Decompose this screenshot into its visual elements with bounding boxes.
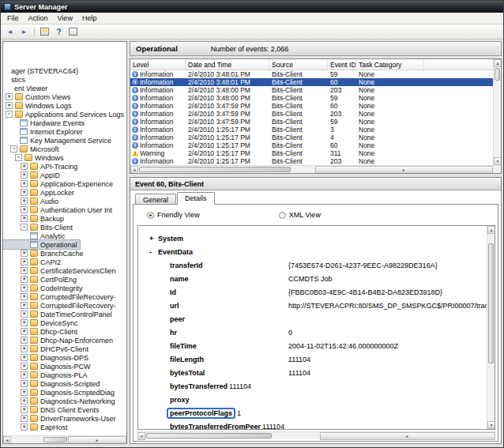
friendly-view-vertical-scrollbar[interactable]	[487, 226, 495, 429]
expand-toggle-icon[interactable]: -	[15, 154, 22, 161]
tree-item[interactable]: + Dhcp-Nap-Enforcemen	[3, 336, 115, 344]
expand-toggle-icon[interactable]: -	[6, 111, 13, 118]
column-header[interactable]: Date and Time	[186, 59, 269, 70]
tree-item[interactable]: + DNS Client Events	[3, 405, 102, 414]
scrollbar-track[interactable]	[494, 67, 501, 157]
back-icon[interactable]: ◄	[4, 26, 16, 37]
tree-item[interactable]: + Diagnosis-PLA	[3, 371, 90, 379]
scrollbar-thumb[interactable]	[495, 68, 500, 81]
column-header[interactable]: Level	[130, 59, 186, 70]
expand-toggle-icon[interactable]: +	[21, 293, 28, 300]
tree-item[interactable]: + CertificateServicesClien	[3, 266, 118, 275]
scrollbar-track[interactable]	[138, 166, 315, 173]
titlebar[interactable]: Server Manager	[1, 1, 503, 13]
friendly-view-radio[interactable]	[147, 212, 154, 219]
event-row[interactable]: Information 2/4/2010 1:25:17 PM Bits-Cli…	[130, 134, 493, 141]
tree-item[interactable]: + Custom Views	[3, 92, 73, 101]
fv-section-row[interactable]: + System	[145, 232, 487, 245]
menu-item[interactable]: View	[53, 13, 77, 23]
section-expand-sign[interactable]: -	[149, 248, 158, 256]
scroll-left-button[interactable]	[130, 166, 138, 174]
tree-item[interactable]: Hardware Events	[3, 119, 87, 127]
expand-toggle-icon[interactable]: -	[10, 145, 17, 152]
tree-item[interactable]: + CodeIntegrity	[3, 284, 85, 292]
event-row[interactable]: Information 2/4/2010 1:25:17 PM Bits-Cli…	[130, 126, 493, 134]
tree-item[interactable]: + Authentication User Int	[3, 205, 115, 214]
tree-item[interactable]: + DeviceSync	[3, 318, 81, 327]
tree-item[interactable]: + Dhcp-Client	[3, 327, 80, 336]
tree-item[interactable]: + DriverFrameworks-User	[3, 414, 118, 423]
tree-item[interactable]: - Microsoft	[3, 145, 62, 153]
event-row[interactable]: Information 2/4/2010 3:47:59 PM Bits-Cli…	[130, 102, 493, 110]
tree-item[interactable]: + Backup	[3, 214, 66, 223]
scrollbar-thumb[interactable]	[43, 437, 67, 442]
tree-item[interactable]: - Applications and Services Logs	[3, 110, 126, 119]
expand-toggle-icon[interactable]: +	[21, 198, 28, 205]
scroll-down-button[interactable]	[494, 157, 502, 165]
scroll-left-button[interactable]	[137, 432, 145, 440]
event-list-horizontal-scrollbar[interactable]	[130, 165, 493, 173]
tree-item[interactable]: + API-Tracing	[3, 162, 80, 171]
expand-toggle-icon[interactable]: +	[21, 406, 28, 413]
event-row[interactable]: Information 2/4/2010 1:25:17 PM Bits-Cli…	[130, 157, 493, 165]
event-row[interactable]: Information 2/4/2010 3:47:59 PM Bits-Cli…	[130, 110, 493, 118]
expand-toggle-icon[interactable]: +	[21, 206, 28, 213]
scrollbar-track[interactable]	[487, 234, 495, 421]
forward-icon[interactable]: ►	[18, 26, 30, 37]
expand-toggle-icon[interactable]: +	[6, 93, 13, 100]
expand-toggle-icon[interactable]: +	[21, 171, 28, 179]
scrollbar-thumb[interactable]	[146, 433, 272, 439]
detail-tab[interactable]: General	[135, 194, 176, 205]
expand-toggle-icon[interactable]: +	[21, 284, 28, 292]
tree-item[interactable]: Operational	[3, 240, 80, 249]
expand-toggle-icon[interactable]: +	[21, 250, 28, 257]
tree-item[interactable]: ager (STEVERAC64)	[3, 66, 81, 75]
scrollbar-thumb[interactable]	[488, 243, 494, 363]
scroll-up-button[interactable]	[487, 226, 495, 234]
tree-item[interactable]: Analytic	[3, 232, 68, 240]
tree-item[interactable]: + CorruptedFileRecovery-	[3, 301, 118, 310]
expand-toggle-icon[interactable]: +	[21, 363, 28, 370]
friendly-view-horizontal-scrollbar[interactable]	[137, 431, 495, 439]
expand-toggle-icon[interactable]: +	[21, 389, 28, 396]
expand-toggle-icon[interactable]: +	[21, 267, 28, 274]
event-row[interactable]: Information 2/4/2010 1:25:17 PM Bits-Cli…	[130, 141, 493, 149]
event-row[interactable]: Information 2/4/2010 3:48:00 PM Bits-Cli…	[130, 86, 493, 94]
scrollbar-track[interactable]	[145, 432, 320, 439]
event-row[interactable]: Information 2/4/2010 3:48:00 PM Bits-Cli…	[130, 94, 493, 102]
tree-item[interactable]: + Audio	[3, 197, 61, 205]
expand-toggle-icon[interactable]: +	[21, 397, 28, 405]
expand-toggle-icon[interactable]: -	[21, 224, 28, 231]
expand-toggle-icon[interactable]: +	[21, 371, 28, 378]
tree-item[interactable]: + AppLocker	[3, 188, 77, 197]
console-tree-toggle-icon[interactable]	[39, 26, 51, 37]
action-pane-toggle-icon[interactable]	[67, 26, 79, 37]
section-expand-sign[interactable]: +	[149, 235, 158, 243]
tree-item[interactable]: + AppID	[3, 171, 62, 179]
expand-toggle-icon[interactable]: +	[6, 102, 13, 109]
scrollbar-thumb[interactable]	[139, 167, 291, 172]
event-row[interactable]: Information 2/4/2010 3:48:01 PM Bits-Cli…	[130, 78, 493, 86]
fv-section-row[interactable]: - EventData	[145, 245, 487, 258]
tree-item[interactable]: Internet Explorer	[3, 127, 85, 136]
tree-item[interactable]: + CorruptedFileRecovery-	[3, 292, 118, 301]
expand-toggle-icon[interactable]: +	[21, 163, 28, 170]
column-header[interactable]: Task Category	[356, 59, 424, 70]
tree-item[interactable]: + Diagnostics-Networking	[3, 397, 118, 405]
menu-item[interactable]: Help	[77, 13, 102, 23]
tree-item[interactable]: + Windows Logs	[3, 101, 74, 110]
expand-toggle-icon[interactable]: +	[21, 345, 28, 352]
expand-toggle-icon[interactable]: +	[21, 424, 28, 431]
expand-toggle-icon[interactable]: +	[21, 337, 28, 344]
tree-item[interactable]: + Diagnosis-Scripted	[3, 379, 103, 388]
event-row[interactable]: Warning 2/4/2010 1:25:17 PM Bits-Client …	[130, 149, 493, 157]
event-row[interactable]: Information 2/4/2010 3:47:59 PM Bits-Cli…	[130, 118, 493, 126]
event-list-vertical-scrollbar[interactable]	[493, 59, 501, 165]
scrollbar-track[interactable]	[11, 436, 68, 443]
scroll-right-button[interactable]	[68, 436, 126, 444]
menu-item[interactable]: File	[2, 13, 24, 23]
expand-toggle-icon[interactable]: +	[21, 189, 28, 196]
expand-toggle-icon[interactable]: +	[21, 276, 28, 283]
tree-item[interactable]: stics	[3, 75, 28, 84]
tree-item[interactable]: + BranchCache	[3, 249, 86, 258]
